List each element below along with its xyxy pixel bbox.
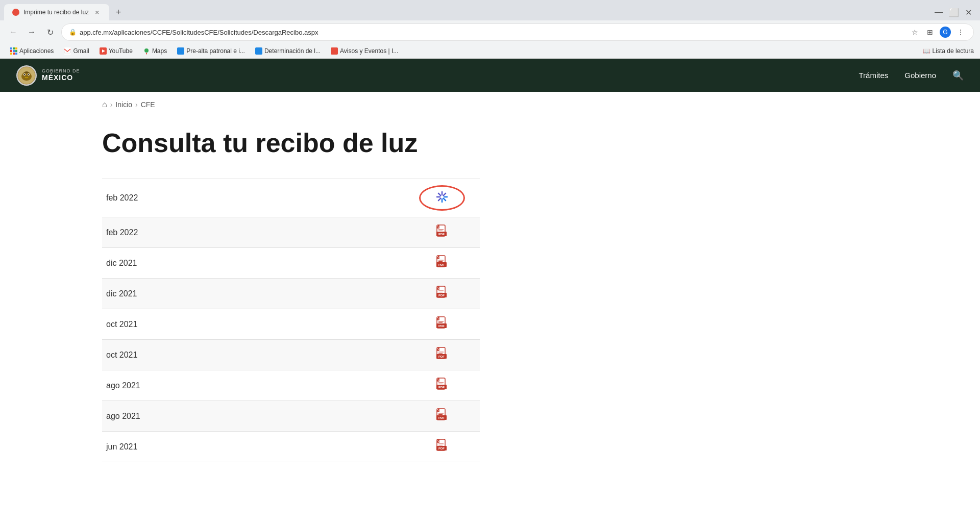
- bookmark-patronal[interactable]: Pre-alta patronal e i...: [173, 46, 249, 56]
- window-close-button[interactable]: ✕: [965, 8, 972, 17]
- svg-text:PDF: PDF: [438, 263, 445, 266]
- reload-button[interactable]: ↻: [43, 25, 57, 39]
- receipts-table: feb 2022@keyframes rotateSvg { from{tran…: [102, 179, 480, 462]
- pdf-download-icon[interactable]: PDF: [436, 439, 448, 455]
- table-row: dic 2021 PDF: [102, 279, 480, 309]
- address-bar-row: ← → ↻ 🔒 app.cfe.mx/aplicaciones/CCFE/Sol…: [0, 20, 980, 44]
- receipt-download-cell: PDF: [404, 432, 480, 462]
- svg-text:PDF: PDF: [438, 355, 445, 358]
- svg-rect-7: [13, 53, 15, 55]
- youtube-label: YouTube: [109, 47, 133, 55]
- pdf-download-icon[interactable]: PDF: [436, 286, 448, 302]
- pdf-download-icon[interactable]: PDF: [436, 255, 448, 271]
- table-row: feb 2022@keyframes rotateSvg { from{tran…: [102, 179, 480, 217]
- receipt-period: dic 2021: [102, 248, 404, 279]
- svg-rect-3: [10, 50, 12, 52]
- receipt-period: ago 2021: [102, 370, 404, 401]
- pdf-download-icon[interactable]: PDF: [436, 316, 448, 332]
- extensions-icon[interactable]: ⊞: [924, 27, 936, 38]
- logo-text: GOBIERNO DE MÉXICO: [42, 69, 80, 82]
- svg-text:PDF: PDF: [438, 324, 445, 328]
- receipt-period: oct 2021: [102, 309, 404, 340]
- receipt-period: ago 2021: [102, 401, 404, 432]
- address-bar[interactable]: 🔒 app.cfe.mx/aplicaciones/CCFE/Solicitud…: [61, 23, 974, 41]
- table-row: oct 2021 PDF: [102, 309, 480, 340]
- bookmark-determinacion[interactable]: Determinación de l...: [251, 46, 325, 56]
- tab-close-button[interactable]: ✕: [93, 8, 101, 16]
- forward-button[interactable]: →: [24, 25, 39, 39]
- svg-point-15: [24, 74, 25, 75]
- youtube-favicon: [100, 47, 107, 55]
- page-content: GOBIERNO DE MÉXICO Trámites Gobierno 🔍 ⌂…: [0, 59, 980, 493]
- svg-rect-1: [13, 47, 15, 49]
- patronal-label: Pre-alta patronal e i...: [186, 47, 245, 55]
- page-title: Consulta tu recibo de luz: [102, 128, 878, 158]
- tramites-nav-link[interactable]: Trámites: [859, 71, 889, 80]
- receipt-download-cell: PDF: [404, 340, 480, 370]
- spinner: @keyframes rotateSvg { from{transform-or…: [435, 190, 449, 206]
- gobierno-nav-link[interactable]: Gobierno: [904, 71, 936, 80]
- address-bar-icons: ☆ ⊞ G ⋮: [909, 27, 966, 38]
- receipt-download-cell: PDF: [404, 279, 480, 309]
- svg-text:PDF: PDF: [438, 294, 445, 297]
- breadcrumb-cfe: CFE: [141, 101, 155, 109]
- svg-line-22: [438, 193, 440, 195]
- site-header: GOBIERNO DE MÉXICO Trámites Gobierno 🔍: [0, 59, 980, 92]
- table-row: ago 2021 PDF: [102, 401, 480, 432]
- svg-point-16: [28, 74, 29, 75]
- receipt-period: feb 2022: [102, 179, 404, 217]
- reading-list-button[interactable]: 📖 Lista de lectura: [923, 47, 974, 55]
- gmail-favicon: [64, 47, 71, 55]
- tab-bar: Imprime tu recibo de luz ✕ + — ⬜ ✕: [0, 0, 980, 20]
- maps-favicon: [143, 47, 150, 55]
- determinacion-label: Determinación de l...: [264, 47, 321, 55]
- svg-line-20: [438, 198, 440, 201]
- table-row: feb 2022 PDF: [102, 217, 480, 248]
- menu-icon[interactable]: ⋮: [955, 27, 966, 38]
- pdf-download-icon[interactable]: PDF: [436, 347, 448, 363]
- table-row: dic 2021 PDF: [102, 248, 480, 279]
- apps-favicon: [10, 47, 17, 55]
- bookmark-star-icon[interactable]: ☆: [909, 27, 920, 38]
- bookmark-maps[interactable]: Maps: [139, 46, 171, 56]
- maps-label: Maps: [152, 47, 167, 55]
- svg-rect-5: [15, 50, 17, 52]
- receipt-period: jun 2021: [102, 432, 404, 462]
- svg-rect-4: [13, 50, 15, 52]
- svg-line-18: [444, 198, 446, 201]
- svg-text:PDF: PDF: [438, 416, 445, 419]
- svg-rect-6: [10, 53, 12, 55]
- profile-icon[interactable]: G: [940, 27, 951, 38]
- address-text: app.cfe.mx/aplicaciones/CCFE/Solicitudes…: [80, 29, 318, 36]
- search-nav-icon[interactable]: 🔍: [952, 70, 964, 81]
- breadcrumb-inicio[interactable]: Inicio: [115, 101, 132, 109]
- site-nav: Trámites Gobierno 🔍: [859, 70, 964, 81]
- back-button[interactable]: ←: [6, 25, 20, 39]
- active-tab[interactable]: Imprime tu recibo de luz ✕: [4, 4, 109, 20]
- svg-rect-0: [10, 47, 12, 49]
- window-maximize-button[interactable]: ⬜: [949, 8, 959, 17]
- new-tab-button[interactable]: +: [111, 5, 126, 19]
- bookmark-gmail[interactable]: Gmail: [60, 46, 93, 56]
- window-minimize-button[interactable]: —: [935, 8, 943, 17]
- receipt-download-cell: PDF: [404, 309, 480, 340]
- table-row: ago 2021 PDF: [102, 370, 480, 401]
- site-logo: GOBIERNO DE MÉXICO: [16, 65, 80, 86]
- pdf-download-icon[interactable]: PDF: [436, 224, 448, 240]
- browser-chrome: Imprime tu recibo de luz ✕ + — ⬜ ✕ ← → ↻…: [0, 0, 980, 59]
- bookmark-avisos[interactable]: Avisos y Eventos | I...: [327, 46, 402, 56]
- breadcrumb-sep-1: ›: [110, 101, 113, 109]
- svg-text:PDF: PDF: [438, 233, 445, 236]
- svg-point-12: [21, 72, 32, 81]
- pdf-download-icon[interactable]: PDF: [436, 378, 448, 393]
- receipt-download-cell: @keyframes rotateSvg { from{transform-or…: [404, 179, 480, 217]
- svg-rect-8: [15, 53, 17, 55]
- pdf-download-icon[interactable]: PDF: [436, 408, 448, 424]
- bookmark-apps[interactable]: Aplicaciones: [6, 46, 58, 56]
- home-icon[interactable]: ⌂: [102, 100, 107, 109]
- bookmark-youtube[interactable]: YouTube: [95, 46, 137, 56]
- avisos-favicon: [331, 47, 338, 55]
- receipt-period: feb 2022: [102, 217, 404, 248]
- svg-marker-9: [102, 49, 105, 53]
- breadcrumb-sep-2: ›: [135, 101, 138, 109]
